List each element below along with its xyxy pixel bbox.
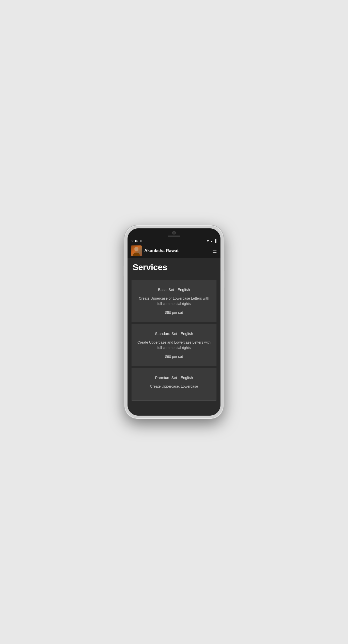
service-description-2: Create Uppercase and Lowercase Letters w… [137, 340, 211, 350]
services-list: Basic Set - English Create Uppercase or … [128, 280, 220, 403]
phone-speaker [168, 236, 180, 237]
status-time: 9:16 [132, 239, 138, 243]
service-card-1[interactable]: Basic Set - English Create Uppercase or … [132, 280, 216, 322]
battery-icon: ▐ [214, 239, 216, 243]
signal-icon: ▲ [211, 240, 213, 243]
phone-notch [128, 228, 220, 238]
service-title-1: Basic Set - English [158, 287, 190, 292]
avatar-image [131, 245, 142, 256]
header-username: Akanksha Rawat [144, 248, 179, 253]
page-title-section: Services [128, 258, 220, 275]
service-description-3: Create Uppercase, Lowercase [150, 384, 198, 389]
app-content: Services Basic Set - English Create Uppe… [128, 258, 220, 416]
hamburger-menu-icon[interactable]: ☰ [212, 248, 217, 253]
status-right: ▼ ▲ ▐ [207, 239, 216, 243]
status-left: 9:16 G [132, 239, 142, 243]
title-divider [133, 277, 215, 277]
status-bar: 9:16 G ▼ ▲ ▐ [128, 238, 220, 244]
phone-wrapper: 9:16 G ▼ ▲ ▐ Akanksha Rawat ☰ [121, 223, 227, 421]
phone-screen: 9:16 G ▼ ▲ ▐ Akanksha Rawat ☰ [128, 228, 220, 416]
header-left: Akanksha Rawat [131, 245, 179, 256]
avatar [131, 245, 142, 256]
phone-device: 9:16 G ▼ ▲ ▐ Akanksha Rawat ☰ [124, 225, 224, 419]
service-title-2: Standard Set - English [155, 331, 193, 336]
app-header: Akanksha Rawat ☰ [128, 244, 220, 258]
status-carrier: G [140, 239, 142, 243]
service-description-1: Create Uppercase or Lowercase Letters wi… [137, 296, 211, 306]
service-card-3[interactable]: Premium Set - English Create Uppercase, … [132, 368, 216, 401]
service-title-3: Premium Set - English [155, 375, 193, 380]
phone-camera [172, 231, 176, 235]
page-title: Services [133, 262, 215, 272]
service-price-1: $50 per set [165, 311, 183, 315]
service-card-2[interactable]: Standard Set - English Create Uppercase … [132, 324, 216, 366]
wifi-icon: ▼ [207, 239, 210, 243]
service-price-2: $90 per set [165, 355, 183, 359]
